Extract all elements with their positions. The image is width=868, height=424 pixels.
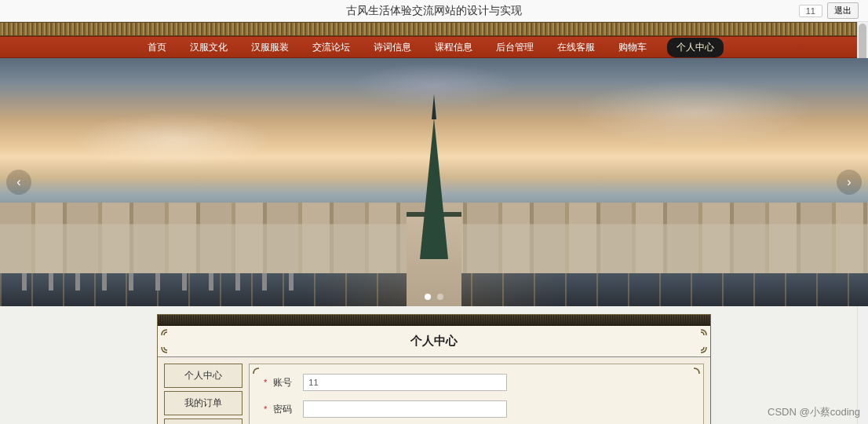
sidebar-item-1[interactable]: 我的订单 <box>164 391 243 415</box>
top-right: 11 退出 <box>799 2 859 19</box>
corner-br-icon <box>693 339 707 353</box>
profile-form: * 账号 * 密码 <box>249 364 704 424</box>
corner-bl-icon <box>161 339 175 353</box>
carousel-dot-2[interactable] <box>437 294 443 300</box>
nav-item-6[interactable]: 后台管理 <box>493 38 537 57</box>
nav-item-1[interactable]: 汉服文化 <box>187 38 231 57</box>
form-corner-tr-icon <box>686 367 700 382</box>
nav-item-8[interactable]: 购物车 <box>615 38 650 57</box>
nav-item-3[interactable]: 交流论坛 <box>309 38 353 57</box>
form-row-account: * 账号 <box>264 374 689 391</box>
card-top-pattern <box>158 315 710 326</box>
panel-title-text: 个人中心 <box>410 334 458 347</box>
hero-spire <box>420 118 448 259</box>
watermark-text: CSDN @小蔡coding <box>768 405 860 419</box>
carousel-dots <box>425 294 443 300</box>
content-area: 个人中心 个人中心我的订单我的地址 * 账号 * 密码 <box>0 306 868 424</box>
nav-item-5[interactable]: 课程信息 <box>432 38 476 57</box>
carousel-dot-1[interactable] <box>425 294 431 300</box>
nav-item-4[interactable]: 诗词信息 <box>370 38 414 57</box>
sidebar-item-0[interactable]: 个人中心 <box>164 364 243 388</box>
profile-sidebar: 个人中心我的订单我的地址 <box>164 364 243 424</box>
password-input[interactable] <box>303 400 507 418</box>
account-label: 账号 <box>273 376 297 389</box>
form-corner-tl-icon <box>253 367 267 382</box>
user-id-display: 11 <box>799 5 822 17</box>
form-row-password: * 密码 <box>264 400 689 418</box>
top-bar: 古风生活体验交流网站的设计与实现 11 退出 <box>0 0 868 22</box>
account-input[interactable] <box>303 374 507 391</box>
page-title: 古风生活体验交流网站的设计与实现 <box>346 4 522 18</box>
profile-card: 个人中心 个人中心我的订单我的地址 * 账号 * 密码 <box>157 314 711 424</box>
nav-item-9[interactable]: 个人中心 <box>667 38 724 57</box>
hero-spire-tip <box>432 94 436 119</box>
panel-body: 个人中心我的订单我的地址 * 账号 * 密码 <box>158 357 710 424</box>
nav-item-2[interactable]: 汉服服装 <box>248 38 292 57</box>
nav-item-7[interactable]: 在线客服 <box>554 38 598 57</box>
required-asterisk: * <box>264 404 267 414</box>
hero-carousel: ‹ › <box>0 58 868 306</box>
carousel-prev-button[interactable]: ‹ <box>6 170 31 195</box>
sidebar-item-2[interactable]: 我的地址 <box>164 419 243 424</box>
nav-item-0[interactable]: 首页 <box>144 38 170 57</box>
logout-button[interactable]: 退出 <box>827 2 859 19</box>
carousel-next-button[interactable]: › <box>837 170 862 195</box>
decorative-pattern-band <box>0 22 868 36</box>
main-nav: 首页汉服文化汉服服装交流论坛诗词信息课程信息后台管理在线客服购物车个人中心 <box>0 36 868 58</box>
panel-title: 个人中心 <box>158 326 710 357</box>
password-label: 密码 <box>273 403 297 416</box>
